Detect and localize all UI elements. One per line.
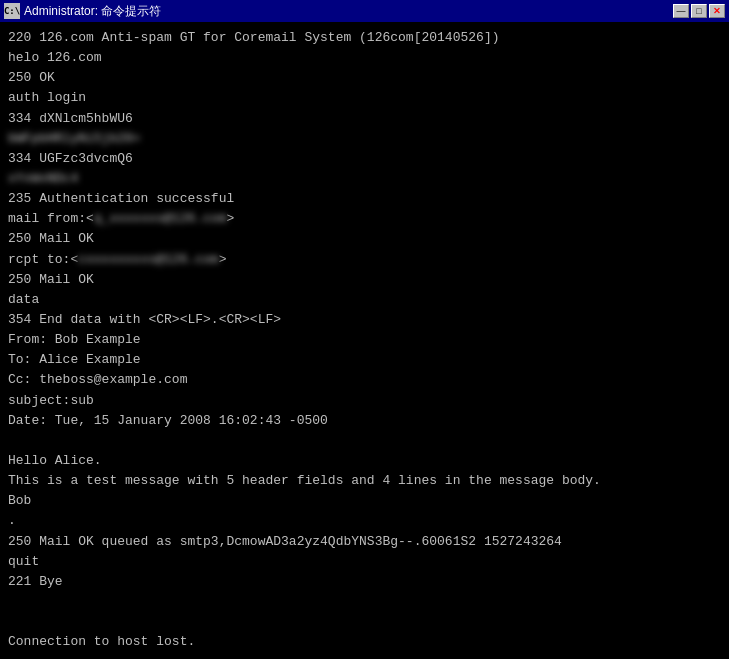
line-22: Hello Alice. [8,451,721,471]
line-12: rcpt to:<cxxxxxxxxs@126.com> [8,250,721,270]
line-14: data [8,290,721,310]
line-7: 334 UGFzc3dvcmQ6 [8,149,721,169]
line-26: 250 Mail OK queued as smtp3,DcmowAD3a2yz… [8,532,721,552]
line-11: 250 Mail OK [8,229,721,249]
line-31: Connection to host lost. [8,632,721,652]
line-16: From: Bob Example [8,330,721,350]
line-20: Date: Tue, 15 January 2008 16:02:43 -050… [8,411,721,431]
title-bar-text: Administrator: 命令提示符 [24,3,673,20]
line-2: helo 126.com [8,48,721,68]
line-25: . [8,511,721,531]
line-13: 250 Mail OK [8,270,721,290]
window-icon: C:\ [4,3,20,19]
line-17: To: Alice Example [8,350,721,370]
line-30 [8,612,721,632]
blurred-rcpt-to: cxxxxxxxxs@126.com [78,252,218,267]
line-15: 354 End data with <CR><LF>.<CR><LF> [8,310,721,330]
blurred-text-2: xYxWxNDc4 [8,171,164,186]
line-29 [8,592,721,612]
line-23: This is a test message with 5 header fie… [8,471,721,491]
line-1: 220 126.com Anti-spam GT for Coremail Sy… [8,28,721,48]
maximize-button[interactable]: □ [691,4,707,18]
line-6: bWFpbHRlyNi5jb20= [8,129,721,149]
blurred-text-1: bWFpbHRlyNi5jb20= [8,131,234,146]
line-3: 250 OK [8,68,721,88]
line-4: auth login [8,88,721,108]
minimize-button[interactable]: — [673,4,689,18]
terminal-output: 220 126.com Anti-spam GT for Coremail Sy… [0,22,729,659]
blurred-mail-from: q_xxxxxxs@126.com [94,211,227,226]
line-19: subject:sub [8,391,721,411]
line-8: xYxWxNDc4 [8,169,721,189]
cmd-window: C:\ Administrator: 命令提示符 — □ ✕ 220 126.c… [0,0,729,659]
line-24: Bob [8,491,721,511]
line-18: Cc: theboss@example.com [8,370,721,390]
line-10: mail from:<q_xxxxxxs@126.com> [8,209,721,229]
title-bar: C:\ Administrator: 命令提示符 — □ ✕ [0,0,729,22]
window-controls: — □ ✕ [673,4,725,18]
line-21 [8,431,721,451]
close-button[interactable]: ✕ [709,4,725,18]
line-28: 221 Bye [8,572,721,592]
line-27: quit [8,552,721,572]
line-5: 334 dXNlcm5hbWU6 [8,109,721,129]
line-9: 235 Authentication successful [8,189,721,209]
